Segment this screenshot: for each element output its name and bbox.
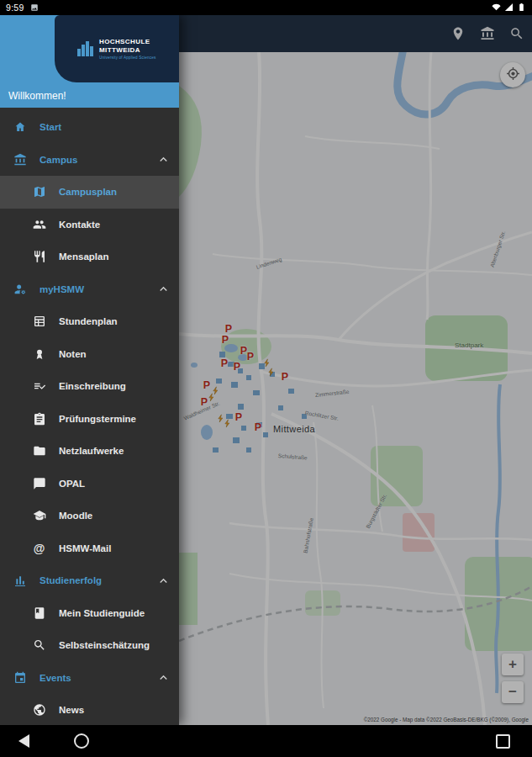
chevron-up-icon (156, 670, 171, 685)
menu-label: Start (40, 122, 61, 132)
menu-label: Kontakte (59, 220, 100, 230)
status-icons (492, 3, 526, 13)
menu-label: Selbsteinschätzung (59, 640, 150, 650)
menu-label: Mein Studienguide (59, 608, 145, 618)
drawer-scrim[interactable] (179, 15, 532, 725)
system-nav-bar (0, 725, 532, 757)
menu-label: HSMW-Mail (59, 543, 111, 553)
drawer-section-studienerfolg[interactable]: Studienerfolg (0, 564, 179, 597)
at-icon: @ (32, 541, 46, 555)
people-icon (32, 217, 46, 231)
checklist-icon (32, 379, 46, 394)
drawer-item-opal[interactable]: OPAL (0, 468, 179, 500)
graduation-cap-icon (32, 509, 46, 523)
notification-icon (30, 3, 39, 12)
magnifier-icon (32, 638, 46, 653)
menu-label: myHSMW (40, 284, 84, 294)
chevron-up-icon (156, 574, 171, 588)
menu-label: Events (40, 673, 71, 683)
back-icon[interactable] (18, 734, 29, 748)
map-panel: Mittweida Stadtpark PPPPPPPPPPPLindenweg… (179, 15, 532, 725)
globe-icon (32, 703, 46, 717)
drawer-item-noten[interactable]: Noten (0, 338, 179, 371)
menu-label: Campusplan (59, 187, 117, 197)
drawer-header: HOCHSCHULE MITTWEIDA University of Appli… (0, 15, 179, 108)
drawer-section-start[interactable]: Start (0, 111, 179, 144)
schedule-icon (32, 315, 46, 329)
drawer-menu: StartCampusCampusplanKontakteMensaplanmy… (0, 108, 179, 725)
drawer-section-myhsmw[interactable]: myHSMW (0, 273, 179, 306)
event-icon (13, 670, 27, 685)
drawer-item-einschreibung[interactable]: Einschreibung (0, 370, 179, 403)
chat-bubble-icon (32, 476, 46, 490)
status-bar: 9:59 (0, 0, 532, 15)
menu-label: OPAL (59, 479, 85, 489)
menu-label: Studienerfolg (40, 575, 102, 585)
chevron-up-icon (156, 152, 171, 167)
logo-bars-icon (77, 41, 93, 56)
screen: 9:59 (0, 0, 532, 757)
folder-icon (32, 444, 46, 458)
hsmw-logo: HOCHSCHULE MITTWEIDA University of Appli… (55, 15, 179, 82)
logo-line1: HOCHSCHULE (99, 38, 156, 46)
bank-icon (13, 152, 27, 167)
map-icon (32, 185, 46, 199)
drawer-item-prufungstermine[interactable]: Prüfungstermine (0, 403, 179, 436)
welcome-text: Willkommen! (8, 90, 66, 102)
signal-icon (504, 3, 514, 13)
cutlery-icon (32, 250, 46, 264)
chevron-up-icon (156, 282, 171, 296)
menu-label: Stundenplan (59, 316, 118, 326)
drawer-item-stundenplan[interactable]: Stundenplan (0, 305, 179, 338)
logo-line2: MITTWEIDA (99, 46, 156, 55)
menu-label: Netzlaufwerke (59, 446, 124, 456)
drawer-section-events[interactable]: Events (0, 662, 179, 695)
home-icon (13, 120, 27, 135)
drawer-item-moodle[interactable]: Moodle (0, 500, 179, 532)
drawer-item-kontakte[interactable]: Kontakte (0, 209, 179, 241)
chart-icon (13, 574, 27, 588)
drawer-item-news[interactable]: News (0, 694, 179, 725)
drawer-item-mensaplan[interactable]: Mensaplan (0, 241, 179, 273)
battery-icon (517, 3, 526, 13)
menu-label: Campus (40, 155, 77, 165)
menu-label: Prüfungstermine (59, 414, 136, 424)
person-gear-icon (13, 282, 27, 296)
book-icon (32, 606, 46, 620)
drawer-item-mein-studienguide[interactable]: Mein Studienguide (0, 597, 179, 630)
drawer-item-selbsteinschatzung[interactable]: Selbsteinschätzung (0, 629, 179, 662)
menu-label: Noten (59, 349, 87, 359)
drawer-item-campusplan[interactable]: Campusplan (0, 176, 179, 209)
menu-label: Mensaplan (59, 251, 108, 262)
menu-label: Moodle (59, 511, 92, 521)
home-icon[interactable] (74, 733, 89, 749)
logo-text: HOCHSCHULE MITTWEIDA University of Appli… (99, 38, 156, 60)
recents-icon[interactable] (496, 734, 510, 749)
drawer-item-netzlaufwerke[interactable]: Netzlaufwerke (0, 435, 179, 468)
clipboard-icon (32, 411, 46, 426)
navigation-drawer: HOCHSCHULE MITTWEIDA University of Appli… (0, 15, 179, 725)
status-time: 9:59 (6, 3, 24, 13)
menu-label: News (59, 705, 84, 715)
logo-subtitle: University of Applied Sciences (99, 56, 156, 60)
drawer-section-campus[interactable]: Campus (0, 144, 179, 177)
drawer-item-hsmw-mail[interactable]: @HSMW-Mail (0, 532, 179, 565)
medal-icon (32, 347, 46, 361)
wifi-icon (492, 3, 501, 13)
menu-label: Einschreibung (59, 381, 126, 391)
